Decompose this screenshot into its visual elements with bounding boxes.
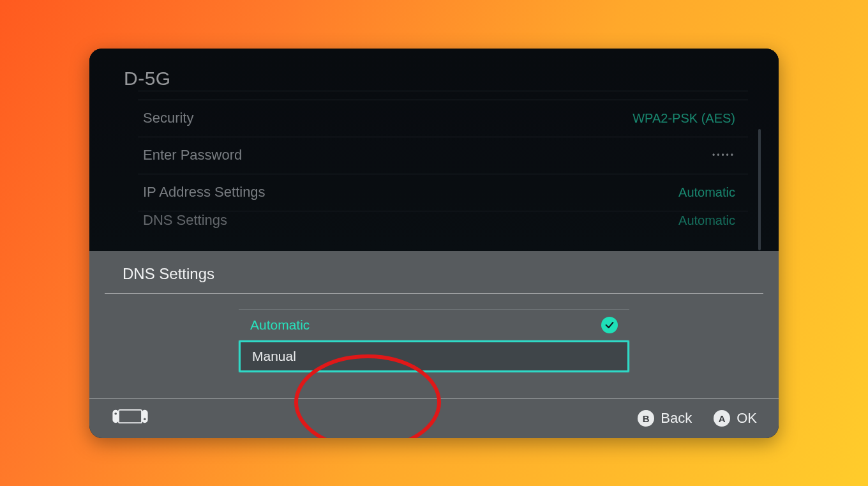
back-label: Back — [661, 410, 692, 427]
option-automatic-label: Automatic — [250, 317, 310, 333]
dns-value: Automatic — [678, 213, 735, 228]
dns-label: DNS Settings — [143, 212, 227, 229]
settings-list: SSID BG1070AC2-5G Security WPA2-PSK (AES… — [138, 91, 748, 238]
footer-bar: B Back A OK — [89, 399, 779, 438]
network-settings-panel: D-5G SSID BG1070AC2-5G Security WPA2-PSK… — [89, 49, 779, 238]
b-button-icon: B — [638, 410, 654, 427]
network-title: D-5G — [89, 49, 779, 91]
security-value: WPA2-PSK (AES) — [632, 111, 735, 126]
checkmark-icon — [601, 317, 618, 333]
svg-rect-1 — [112, 410, 119, 423]
row-ip-settings[interactable]: IP Address Settings Automatic — [138, 174, 748, 211]
footer-actions: B Back A OK — [638, 410, 757, 427]
row-dns-settings[interactable]: DNS Settings Automatic — [138, 211, 748, 238]
options-list: Automatic Manual — [89, 294, 779, 399]
svg-rect-2 — [142, 410, 148, 423]
divider — [105, 293, 763, 294]
ip-value: Automatic — [678, 185, 735, 200]
password-label: Enter Password — [143, 147, 242, 163]
option-manual-label: Manual — [252, 349, 296, 364]
svg-point-3 — [114, 413, 117, 415]
modal-title: DNS Settings — [89, 251, 779, 293]
device-screen: D-5G SSID BG1070AC2-5G Security WPA2-PSK… — [89, 49, 779, 438]
controller-icon — [111, 407, 149, 430]
ok-action[interactable]: A OK — [714, 410, 757, 427]
svg-point-4 — [144, 418, 146, 420]
option-manual[interactable]: Manual — [239, 340, 629, 372]
row-security[interactable]: Security WPA2-PSK (AES) — [138, 100, 748, 137]
back-action[interactable]: B Back — [638, 410, 692, 427]
dns-settings-modal: DNS Settings Automatic Manual — [89, 251, 779, 438]
option-automatic[interactable]: Automatic — [239, 309, 629, 341]
security-label: Security — [143, 110, 193, 126]
row-ssid[interactable]: SSID BG1070AC2-5G — [138, 91, 748, 100]
scrollbar[interactable] — [758, 129, 761, 250]
ip-label: IP Address Settings — [143, 184, 266, 201]
svg-rect-0 — [119, 410, 142, 423]
a-button-icon: A — [714, 410, 730, 427]
row-password[interactable]: Enter Password ••••• — [138, 137, 748, 174]
password-value: ••••• — [712, 151, 735, 160]
ok-label: OK — [737, 410, 757, 427]
